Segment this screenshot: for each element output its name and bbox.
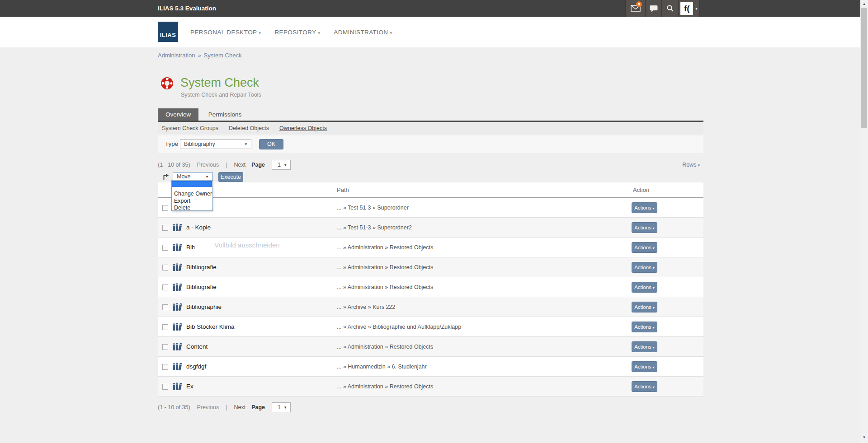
previous-link[interactable]: Previous <box>197 404 219 410</box>
row-checkbox[interactable] <box>162 245 168 251</box>
dropdown-option-delete[interactable]: Delete <box>172 205 212 212</box>
rows-dropdown[interactable]: Rows▾ <box>682 159 700 171</box>
row-title[interactable]: Content <box>186 337 208 357</box>
dropdown-option-selected[interactable] <box>172 181 212 187</box>
caret-down-icon: ▾ <box>653 385 655 389</box>
search-button[interactable] <box>661 0 678 17</box>
ok-button[interactable]: OK <box>259 139 283 149</box>
caret-down-icon: ▾ <box>653 226 655 230</box>
topbar-icons: 9 f( ▾ <box>625 0 700 17</box>
menu-administration[interactable]: ADMINISTRATION▾ <box>334 29 392 36</box>
next-link[interactable]: Next <box>234 162 245 168</box>
table-row: a - Kopie ... » Test 51-3 » Superordner2… <box>158 218 703 238</box>
dropdown-option-export[interactable]: Export <box>172 198 212 205</box>
row-checkbox[interactable] <box>162 284 168 290</box>
tab-permissions[interactable]: Permissions <box>201 108 250 121</box>
caret-down-icon: ▾ <box>653 306 655 310</box>
row-title[interactable]: Bib <box>186 238 195 257</box>
row-title[interactable]: a - Kopie <box>186 218 211 238</box>
user-menu-button[interactable]: f( ▾ <box>678 0 700 17</box>
row-checkbox[interactable] <box>162 344 168 350</box>
column-header-path[interactable]: Path <box>337 182 349 198</box>
table-row: Bib ... » Administration » Restored Obje… <box>158 238 703 257</box>
row-checkbox[interactable] <box>162 384 168 390</box>
row-actions-button[interactable]: Actions▾ <box>632 282 657 293</box>
mail-button[interactable]: 9 <box>625 0 645 17</box>
menu-personal-desktop[interactable]: PERSONAL DESKTOP▾ <box>190 29 261 36</box>
caret-down-icon: ▾ <box>318 31 320 35</box>
row-actions-button[interactable]: Actions▾ <box>632 381 657 392</box>
caret-down-icon: ▾ <box>259 31 261 35</box>
row-path: ... » Administration » Restored Objects <box>337 377 433 396</box>
row-checkbox[interactable] <box>162 324 168 330</box>
table-row: Bibliographie ... » Archive » Kurs 222 A… <box>158 297 703 317</box>
previous-link[interactable]: Previous <box>197 162 219 168</box>
row-actions-button[interactable]: Actions▾ <box>632 361 657 372</box>
row-actions-button[interactable]: Actions▾ <box>632 202 657 213</box>
table-row: Bibliografie ... » Administration » Rest… <box>158 277 703 297</box>
scrollbar[interactable]: ▴ ▾ <box>860 0 868 443</box>
type-select-value: Bibliography <box>184 141 215 147</box>
row-path: ... » Administration » Restored Objects <box>337 238 433 257</box>
row-actions-button[interactable]: Actions▾ <box>632 302 657 312</box>
type-filter-row: Type Bibliography ▼ OK <box>158 135 703 153</box>
menu-repository[interactable]: REPOSITORY▾ <box>274 29 320 36</box>
bulk-action-select[interactable]: Move ▼ <box>173 172 212 181</box>
page-label: Page <box>251 404 265 410</box>
page-select[interactable]: 1 ▼ <box>272 402 291 412</box>
row-checkbox[interactable] <box>162 225 168 231</box>
row-actions-button[interactable]: Actions▾ <box>632 322 657 332</box>
row-path: ... » Administration » Restored Objects <box>337 337 433 357</box>
row-actions-button[interactable]: Actions▾ <box>632 242 657 253</box>
dropdown-option-change-owner[interactable]: Change Owner <box>172 191 212 198</box>
bibliography-icon <box>173 263 183 271</box>
table-row: Content ... » Administration » Restored … <box>158 337 703 357</box>
page-subtitle: System Check and Repair Tools <box>181 92 261 98</box>
subtab-deleted-objects[interactable]: Deleted Objects <box>229 125 269 131</box>
scrollbar-down-button[interactable]: ▾ <box>860 434 868 441</box>
row-title[interactable]: Bibliographie <box>186 297 222 317</box>
table-body: ... » Test 51-3 » Superordner Actions▾ a… <box>158 198 703 396</box>
row-actions-button[interactable]: Actions▾ <box>632 222 657 233</box>
tab-bar: Overview Permissions <box>158 108 703 121</box>
row-checkbox[interactable] <box>162 304 168 310</box>
pagination-bottom: (1 - 10 of 35) Previous | Next Page 1 ▼ <box>158 401 703 413</box>
page-select-value: 1 <box>278 404 281 410</box>
row-title[interactable]: dsgfdgf <box>186 357 206 377</box>
row-actions-button[interactable]: Actions▾ <box>632 262 657 273</box>
breadcrumb-system-check[interactable]: System Check <box>204 52 242 59</box>
execute-button[interactable]: Execute <box>218 172 243 182</box>
tab-overview[interactable]: Overview <box>158 108 198 121</box>
caret-down-icon: ▾ <box>653 266 655 270</box>
row-checkbox[interactable] <box>162 364 168 370</box>
caret-down-icon: ▾ <box>653 246 655 250</box>
scrollbar-up-button[interactable]: ▴ <box>860 0 868 7</box>
type-select[interactable]: Bibliography ▼ <box>180 139 251 149</box>
bibliography-icon <box>173 363 183 371</box>
row-path: ... » Test 51-3 » Superordner2 <box>337 218 412 238</box>
bibliography-icon <box>173 303 183 311</box>
next-link[interactable]: Next <box>234 404 245 410</box>
row-path: ... » Test 51-3 » Superordner <box>337 198 409 218</box>
bulk-action-value: Move <box>177 173 191 180</box>
chat-button[interactable] <box>645 0 661 17</box>
row-title[interactable]: Ex <box>186 377 193 396</box>
row-checkbox[interactable] <box>162 205 168 211</box>
row-title[interactable]: Bib Stocker Klima <box>186 317 235 337</box>
caret-down-icon: ▾ <box>653 326 655 330</box>
breadcrumb-administration[interactable]: Administration <box>158 52 195 59</box>
scrollbar-thumb[interactable] <box>861 8 867 128</box>
caret-down-icon: ▾ <box>653 206 655 210</box>
app-title: ILIAS 5.3 Evaluation <box>158 0 216 17</box>
table-row: Ex ... » Administration » Restored Objec… <box>158 377 703 396</box>
page-select[interactable]: 1 ▼ <box>272 160 291 170</box>
subtab-ownerless-objects[interactable]: Ownerless Objects <box>279 125 327 131</box>
subtab-system-check-groups[interactable]: System Check Groups <box>162 125 218 131</box>
avatar: f( <box>680 2 693 15</box>
row-checkbox[interactable] <box>162 265 168 270</box>
search-icon <box>666 5 674 12</box>
row-title[interactable]: Bibliografie <box>186 257 217 277</box>
row-actions-button[interactable]: Actions▾ <box>632 341 657 352</box>
row-title[interactable]: Bibliografie <box>186 277 217 297</box>
ilias-logo[interactable]: ILIAS <box>158 22 178 42</box>
